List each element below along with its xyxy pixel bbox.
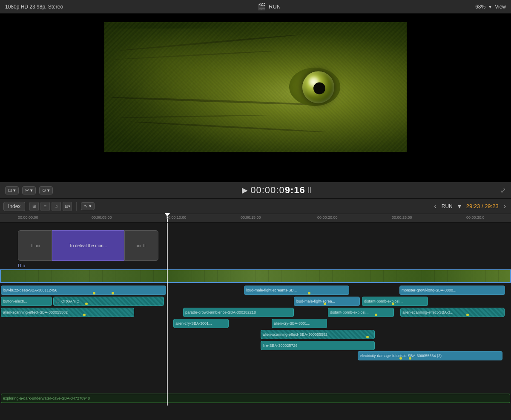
sequence-timecodes: 29:23 / 29:23	[466, 203, 499, 209]
audio-clip-alien-cry-2[interactable]: alien-cry-SBA-3001...	[272, 319, 327, 328]
view-button[interactable]: View	[495, 4, 506, 10]
story-clip-label: To defeat the mon...	[69, 243, 107, 248]
film-icon: 🎬	[258, 3, 266, 11]
skip-icon-left: ⏭	[36, 243, 40, 248]
keyframe-6[interactable]	[392, 303, 394, 305]
keyframe-12[interactable]	[409, 357, 411, 360]
alien-scanning-1-label: alien-scanning-effect-SBA-300055582	[3, 310, 68, 314]
ruler-tick-0: 00:00:00:00	[18, 215, 38, 220]
keyframe-11[interactable]	[399, 357, 402, 360]
audio-clip-loud-male-2[interactable]: loud-male-fight-screa...	[294, 297, 360, 306]
keyframe-7[interactable]	[83, 314, 86, 316]
expand-icon[interactable]: ⤢	[500, 187, 506, 194]
retime-icon: ⊙	[42, 188, 46, 193]
keyframe-5[interactable]	[324, 303, 326, 305]
transport-right: ⤢	[500, 186, 506, 194]
transport-controls: ▶ 00:00:09:16	[242, 185, 311, 196]
retime-tool-button[interactable]: ⊙ ▾	[39, 186, 53, 194]
alien-scanning-3-label: alien-scanning-effect-SBA-300055582	[263, 332, 327, 337]
ruler-tick-2: 00:00:10:00	[166, 215, 187, 220]
track-area: ⏸ ⏭ To defeat the mon... ⏭ ⏸ Ufo low-buz…	[0, 223, 511, 406]
loud-male-label: loud-male-fight-screams-SB...	[246, 288, 297, 292]
audio-clip-alien-cry-1[interactable]: alien-cry-SBA-3001...	[173, 319, 229, 328]
keyframe-9[interactable]	[466, 314, 469, 316]
loud-male-2-label: loud-male-fight-screa...	[296, 299, 335, 303]
filmstrip-view-button[interactable]: ⊞	[29, 202, 39, 211]
crop-icon-chevron: ▾	[13, 188, 16, 193]
audio-clip-organic[interactable]: 🎵 ORGANIC	[53, 297, 164, 306]
pause-bar-right	[310, 187, 311, 193]
audio-clip-monster-growl[interactable]: monster-growl-long-SBA-3000...	[399, 286, 505, 295]
clip-view-buttons: ⊞ ≡ ♫ ⊟▾	[29, 202, 72, 211]
timecode-prefix: 00:00:0	[250, 185, 284, 195]
audio-clip-loud-male-1[interactable]: loud-male-fight-screams-SB...	[244, 286, 349, 295]
audio-clip-exploring[interactable]: exploring-a-dark-underwater-cave-SBA-347…	[1, 394, 510, 403]
playhead-line	[167, 223, 168, 406]
keyframe-3[interactable]	[308, 292, 310, 294]
play-button[interactable]: ▶	[242, 186, 248, 195]
left-clip-controls: ⏸ ⏭	[30, 243, 40, 248]
audio-clip-alien-scanning-3[interactable]: alien-scanning-effect-SBA-300055582	[261, 330, 375, 339]
keyframe-8[interactable]	[375, 314, 377, 316]
audio-clip-alien-scanning-1[interactable]: alien-scanning-effect-SBA-300055582	[1, 308, 134, 317]
timeline-ruler: 00:00:00:00 00:00:05:00 00:00:10:00 00:0…	[0, 214, 511, 223]
keyframe-10[interactable]	[366, 336, 369, 338]
keyframe-2[interactable]	[112, 292, 114, 294]
ufo-label: Ufo	[18, 263, 25, 268]
audio-clip-alien-scanning-2[interactable]: alien-scanning-effect-SBA-3...	[400, 308, 505, 317]
fire-label: fire-SBA-300025726	[263, 343, 298, 348]
audio-clip-distant-bomb-2[interactable]: distant-bomb-explosi...	[328, 308, 394, 317]
story-clip-main[interactable]: To defeat the mon...	[52, 230, 124, 261]
zoom-level[interactable]: 68%	[475, 4, 485, 10]
timecode-display: 00:00:09:16	[250, 185, 305, 196]
select-icon: ↖	[84, 203, 88, 209]
chevron-down-icon[interactable]: ▾	[489, 4, 491, 10]
video-content	[104, 22, 407, 152]
run-dropdown-button[interactable]: ▾	[456, 202, 463, 210]
keyframe-4[interactable]	[85, 303, 88, 305]
audio-clip-button-electr[interactable]: button-electr...	[1, 297, 52, 306]
audio-clip-fire[interactable]: fire-SBA-300025726	[261, 341, 375, 350]
eye-pupil	[313, 82, 325, 94]
distant-bomb-2-label: distant-bomb-explosi...	[330, 310, 369, 314]
ruler-tick-5: 00:00:25:00	[392, 215, 412, 220]
clip-options-button[interactable]: ⊟▾	[63, 202, 72, 211]
broll-strip	[0, 270, 511, 283]
right-clip-controls: ⏭ ⏸	[137, 243, 146, 248]
project-title-area: 🎬 RUN	[258, 3, 281, 11]
blade-tool-button[interactable]: ✂ ▾	[22, 186, 36, 194]
audio-view-button[interactable]: ♫	[52, 202, 61, 211]
prev-nav-button[interactable]: ‹	[432, 203, 438, 210]
next-nav-button[interactable]: ›	[502, 203, 508, 210]
alien-cry-2-label: alien-cry-SBA-3001...	[274, 321, 310, 326]
timeline-nav: ‹ RUN ▾ 29:23 / 29:23 ›	[432, 202, 508, 210]
pause-indicator	[308, 187, 311, 193]
timeline-toolbar: Index ⊞ ≡ ♫ ⊟▾ ↖ ▾ ‹ RUN ▾ 29:23 / 29:23…	[0, 199, 511, 214]
ruler-tick-1: 00:00:05:00	[92, 215, 112, 220]
preview-area	[0, 14, 511, 182]
parade-crowd-label: parade-crowd-ambience-SBA-300282218	[185, 310, 256, 314]
transport-tools: ⊡ ▾ ✂ ▾ ⊙ ▾	[5, 186, 53, 194]
audio-clip-electricity[interactable]: electricity-damage-futuristic-SBA-300055…	[358, 351, 502, 360]
timecode-main: 9:16	[285, 185, 305, 195]
exploring-label: exploring-a-dark-underwater-cave-SBA-347…	[3, 396, 90, 400]
crop-tool-button[interactable]: ⊡ ▾	[5, 186, 19, 194]
distant-bomb-1-label: distant-bomb-explosi...	[364, 299, 403, 303]
keyframe-1[interactable]	[93, 292, 95, 294]
story-clip-left[interactable]: ⏸ ⏭	[18, 230, 52, 261]
audio-clip-parade-crowd[interactable]: parade-crowd-ambience-SBA-300282218	[183, 308, 294, 317]
eye-ball	[302, 71, 334, 103]
top-bar-right: 68% ▾ View	[475, 4, 506, 10]
story-clip-right[interactable]: ⏭ ⏸	[124, 230, 158, 261]
index-button[interactable]: Index	[3, 202, 25, 211]
audio-clip-low-buzz[interactable]: low-buzz-deep-SBA-300112456	[1, 286, 166, 295]
alien-cry-1-label: alien-cry-SBA-3001...	[175, 321, 212, 326]
broll-video-track[interactable]	[0, 269, 511, 283]
list-view-button[interactable]: ≡	[40, 202, 50, 211]
top-bar: 1080p HD 23.98p, Stereo 🎬 RUN 68% ▾ View	[0, 0, 511, 14]
ruler-tick-4: 00:00:20:00	[317, 215, 338, 220]
audio-clip-distant-bomb-1[interactable]: distant-bomb-explosi...	[362, 297, 428, 306]
video-frame	[104, 22, 407, 152]
select-tool-button[interactable]: ↖ ▾	[81, 202, 95, 210]
video-specs: 1080p HD 23.98p, Stereo	[5, 4, 63, 10]
